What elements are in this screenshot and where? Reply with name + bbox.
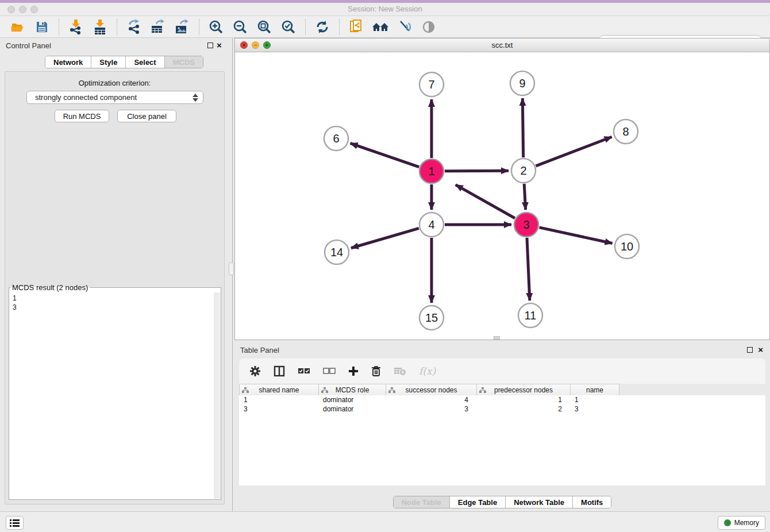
table-cell: dominator	[318, 395, 386, 404]
table-cell: 1	[476, 395, 570, 404]
network-window-titlebar[interactable]: × – + scc.txt	[235, 38, 769, 52]
chevron-up-down-icon	[192, 93, 198, 102]
table-body: 1dominator4113dominator323	[239, 395, 765, 485]
graph-node-label-14: 14	[330, 246, 343, 259]
tab-motifs[interactable]: Motifs	[572, 496, 611, 508]
graph-node-label-2: 2	[520, 164, 526, 177]
edge-1-2[interactable]	[445, 171, 509, 171]
tab-node-table[interactable]: Node Table	[394, 496, 449, 508]
edge-2-3[interactable]	[524, 184, 525, 210]
edge-4-14[interactable]	[351, 228, 419, 248]
column-header-name[interactable]: name	[571, 384, 619, 396]
toolbar-separator	[339, 19, 340, 35]
memory-label: Memory	[734, 519, 759, 527]
optimization-criterion-select[interactable]: strongly connected component	[26, 91, 203, 104]
tab-edge-table[interactable]: Edge Table	[449, 496, 505, 508]
network-resize-handle[interactable]	[494, 336, 500, 340]
control-panel-title: Control Panel	[6, 41, 51, 50]
show-graphics-details-icon[interactable]	[420, 18, 437, 36]
table-cell: 4	[386, 395, 476, 404]
table-cell: 2	[476, 404, 570, 414]
clone-network-icon[interactable]	[348, 18, 365, 36]
edge-1-6[interactable]	[351, 143, 419, 167]
tab-mcds[interactable]: MCDS	[164, 56, 203, 68]
edge-3-10[interactable]	[539, 228, 612, 244]
delete-column-icon[interactable]	[371, 365, 381, 377]
deselect-all-rows-icon[interactable]	[323, 367, 336, 375]
network-canvas[interactable]: 7968124314101511	[235, 52, 769, 340]
save-session-icon[interactable]	[33, 18, 51, 36]
toggle-columns-icon[interactable]	[274, 365, 285, 377]
graph-node-label-15: 15	[425, 311, 438, 324]
column-label: name	[586, 386, 603, 394]
control-panel: Control Panel × NetworkStyleSelectMCDS O…	[0, 38, 229, 511]
graph-node-label-4: 4	[428, 218, 434, 231]
control-tabs: NetworkStyleSelectMCDS	[45, 56, 203, 68]
table-cell: 3	[239, 404, 318, 414]
tab-network-table[interactable]: Network Table	[505, 496, 572, 508]
hide-graphics-details-icon[interactable]	[396, 18, 413, 36]
graph-node-label-11: 11	[525, 309, 537, 322]
graph-node-label-6: 6	[333, 132, 339, 145]
close-panel-icon[interactable]: ×	[217, 42, 222, 49]
zoom-selected-region-icon[interactable]	[280, 18, 297, 36]
tab-style[interactable]: Style	[91, 56, 125, 68]
optimization-criterion-label: Optimization criterion:	[5, 79, 224, 87]
close-table-panel-icon[interactable]: ×	[758, 346, 763, 353]
table-cell: dominator	[318, 404, 386, 414]
table-tabs: Node TableEdge TableNetwork TableMotifs	[393, 496, 612, 508]
table-row[interactable]: 1dominator411	[239, 395, 765, 404]
add-column-icon[interactable]	[348, 366, 359, 376]
application-window: Session: New Session	[0, 0, 770, 532]
mcds-panel: Optimization criterion: strongly connect…	[5, 71, 225, 504]
table-cell: 3	[386, 404, 476, 414]
table-settings-icon[interactable]	[249, 365, 261, 377]
column-header-shared-name[interactable]: shared name	[240, 384, 319, 396]
zoom-in-icon[interactable]	[207, 18, 225, 36]
tab-network[interactable]: Network	[45, 56, 91, 68]
toolbar-separator	[305, 19, 306, 35]
import-network-from-file-icon[interactable]	[67, 18, 84, 36]
graph-node-label-7: 7	[428, 78, 434, 91]
zoom-fit-content-icon[interactable]	[256, 18, 273, 36]
memory-button[interactable]: Memory	[718, 516, 765, 530]
first-neighbors-icon[interactable]	[372, 18, 389, 36]
column-label: predecessor nodes	[494, 386, 553, 394]
result-scrollbar[interactable]	[214, 292, 220, 499]
panel-divider-handle[interactable]	[229, 263, 234, 275]
edge-3-1[interactable]	[456, 185, 515, 218]
tab-select[interactable]: Select	[125, 56, 164, 68]
export-network-icon[interactable]	[125, 18, 143, 36]
memory-status-icon	[724, 519, 731, 526]
select-all-rows-icon[interactable]	[298, 367, 310, 375]
float-panel-icon[interactable]	[207, 43, 213, 48]
apply-layout-icon[interactable]	[314, 18, 331, 36]
edge-2-8[interactable]	[536, 137, 611, 166]
float-table-panel-icon[interactable]	[747, 347, 753, 353]
table-row[interactable]: 3dominator323	[239, 404, 765, 414]
toolbar-separator	[199, 19, 199, 35]
selected-option: strongly connected component	[35, 93, 137, 102]
task-history-button[interactable]	[6, 516, 24, 530]
column-header-mcds-role[interactable]: MCDS role	[319, 384, 386, 396]
network-view-window: × – + scc.txt 7968124314101511	[234, 38, 770, 340]
delete-table-icon[interactable]	[394, 367, 406, 376]
table-header-row: shared nameMCDS rolesuccessor nodesprede…	[239, 384, 619, 395]
export-table-icon[interactable]	[149, 18, 167, 36]
zoom-out-icon[interactable]	[232, 18, 249, 36]
open-session-icon[interactable]	[9, 18, 26, 36]
column-header-predecessor-nodes[interactable]: predecessor nodes	[477, 384, 571, 396]
graph-node-label-1: 1	[428, 165, 434, 178]
app-title: Session: New Session	[0, 5, 770, 13]
graph-node-label-10: 10	[621, 240, 633, 253]
close-panel-button[interactable]: Close panel	[117, 110, 176, 122]
edge-2-9[interactable]	[522, 98, 523, 157]
import-table-from-file-icon[interactable]	[91, 18, 109, 36]
result-item: 1	[13, 294, 214, 303]
column-header-successor-nodes[interactable]: successor nodes	[386, 384, 477, 396]
function-builder-icon[interactable]: f(x)	[419, 365, 436, 377]
run-mcds-button[interactable]: Run MCDS	[55, 110, 109, 122]
column-label: shared name	[259, 386, 299, 394]
edge-3-11[interactable]	[527, 238, 530, 300]
export-image-icon[interactable]	[174, 18, 191, 36]
